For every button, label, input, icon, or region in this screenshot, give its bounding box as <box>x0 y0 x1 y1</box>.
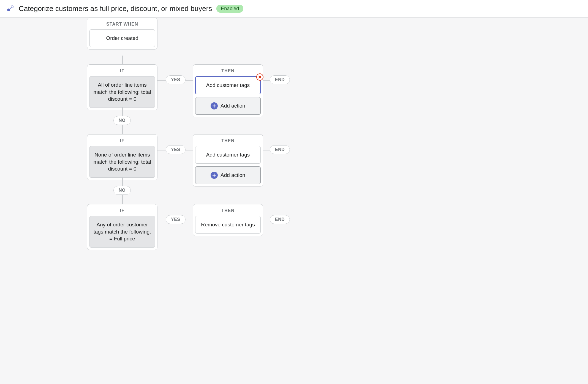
condition-node-1[interactable]: IF All of order line items match the fol… <box>87 64 157 110</box>
add-action-label: Add action <box>220 172 245 179</box>
then-node-3[interactable]: THEN Remove customer tags <box>193 204 263 236</box>
action-1[interactable]: Add customer tags <box>195 76 261 94</box>
plus-icon <box>211 102 218 109</box>
then-header: THEN <box>193 65 263 76</box>
condition-content-2[interactable]: None of order line items match the follo… <box>89 146 155 178</box>
workflow-icon <box>7 5 14 13</box>
status-badge: Enabled <box>216 5 243 13</box>
condition-header: IF <box>87 65 157 76</box>
add-action-button-1[interactable]: Add action <box>195 97 261 115</box>
add-action-label: Add action <box>220 102 245 109</box>
workflow-title: Categorize customers as full price, disc… <box>19 4 212 13</box>
no-label-2: NO <box>113 186 131 195</box>
action-1-label: Add customer tags <box>206 82 250 88</box>
connector <box>263 150 270 150</box>
then-header: THEN <box>193 204 263 216</box>
connector <box>263 80 270 81</box>
end-label-3[interactable]: END <box>270 215 290 224</box>
trigger-content[interactable]: Order created <box>89 29 155 47</box>
condition-content-1[interactable]: All of order line items match the follow… <box>89 76 155 108</box>
yes-label-1: YES <box>166 75 186 84</box>
condition-node-3[interactable]: IF Any of order customer tags match the … <box>87 204 157 250</box>
connector <box>122 56 123 64</box>
action-3[interactable]: Remove customer tags <box>195 216 261 234</box>
end-label-1[interactable]: END <box>270 75 290 84</box>
trigger-header: START WHEN <box>87 18 157 29</box>
yes-label-2: YES <box>166 145 186 154</box>
condition-header: IF <box>87 135 157 146</box>
end-label-2[interactable]: END <box>270 145 290 154</box>
close-icon[interactable] <box>256 73 263 81</box>
flow-canvas: START WHEN Order created IF All of order… <box>0 18 588 348</box>
then-header: THEN <box>193 135 263 146</box>
add-action-button-2[interactable]: Add action <box>195 166 261 184</box>
action-2[interactable]: Add customer tags <box>195 146 261 164</box>
page-header: Categorize customers as full price, disc… <box>0 0 588 18</box>
condition-content-3[interactable]: Any of order customer tags match the fol… <box>89 216 155 248</box>
condition-header: IF <box>87 204 157 216</box>
plus-icon <box>211 172 218 179</box>
yes-label-3: YES <box>166 215 186 224</box>
then-node-1[interactable]: THEN Add customer tags Add action <box>193 64 263 117</box>
no-label-1: NO <box>113 116 131 125</box>
connector <box>263 220 270 220</box>
condition-node-2[interactable]: IF None of order line items match the fo… <box>87 134 157 180</box>
trigger-node[interactable]: START WHEN Order created <box>87 18 157 50</box>
then-node-2[interactable]: THEN Add customer tags Add action <box>193 134 263 186</box>
